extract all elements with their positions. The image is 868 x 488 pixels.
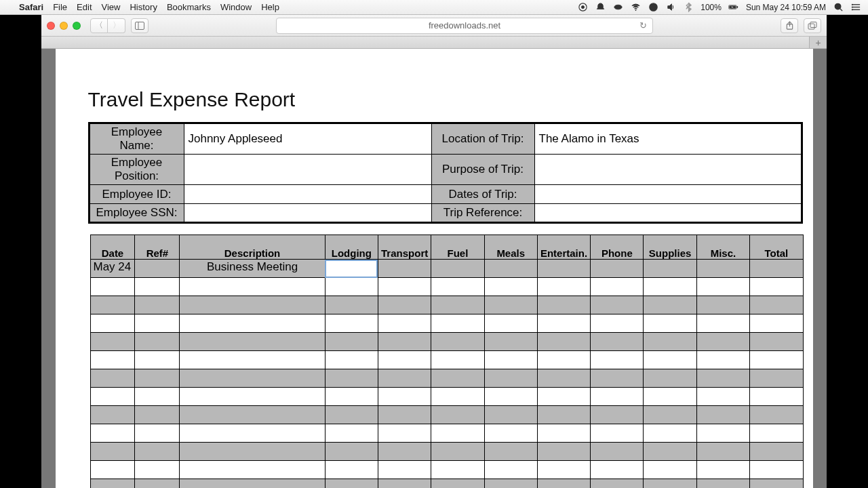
cell-ref[interactable] [135,406,180,424]
cell-entertain[interactable] [537,406,590,424]
close-button[interactable] [47,22,55,30]
address-bar[interactable]: freedownloads.net ↻ [276,18,653,34]
menu-help[interactable]: Help [261,2,279,12]
cell-meals[interactable] [484,296,537,314]
cell-misc[interactable] [696,461,749,479]
cell-date[interactable] [90,443,135,461]
cell-misc[interactable] [696,443,749,461]
cell-desc[interactable] [180,406,325,424]
cell-desc[interactable] [180,333,325,351]
cell-meals[interactable] [484,314,537,333]
cell-lodging[interactable] [325,296,378,314]
cell-total[interactable] [750,443,803,461]
cell-fuel[interactable] [431,314,484,333]
cell-lodging[interactable] [325,388,378,406]
cell-meals[interactable] [484,333,537,351]
cell-fuel[interactable] [431,278,484,296]
info-input[interactable]: Johnny Appleseed [184,123,431,155]
cell-entertain[interactable] [537,388,590,406]
cell-misc[interactable] [696,479,749,489]
cell-transport[interactable] [378,424,431,443]
cell-phone[interactable] [591,424,644,443]
tabs-button[interactable] [804,18,821,33]
cell-fuel[interactable] [431,406,484,424]
reload-icon[interactable]: ↻ [639,20,647,30]
cell-misc[interactable] [696,424,749,443]
cell-lodging[interactable] [325,260,378,278]
cell-ref[interactable] [135,461,180,479]
bluetooth-icon[interactable] [683,2,694,13]
cell-ref[interactable] [135,260,180,278]
cell-desc[interactable] [180,424,325,443]
cell-lodging[interactable] [325,406,378,424]
cell-total[interactable] [750,278,803,296]
cell-entertain[interactable] [537,424,590,443]
cell-total[interactable] [750,260,803,278]
cell-misc[interactable] [696,369,749,388]
cell-transport[interactable] [378,333,431,351]
cell-desc[interactable] [180,351,325,369]
cell-meals[interactable] [484,479,537,489]
record-icon[interactable] [577,2,588,13]
spotlight-icon[interactable] [833,2,844,13]
cell-transport[interactable] [378,314,431,333]
menu-extras-icon[interactable] [612,2,623,13]
info-input[interactable] [184,155,431,185]
minimize-button[interactable] [60,22,68,30]
cell-supplies[interactable] [644,369,696,388]
cell-phone[interactable] [591,333,644,351]
info-input[interactable] [534,155,802,185]
cell-meals[interactable] [484,461,537,479]
cell-supplies[interactable] [644,314,696,333]
cell-meals[interactable] [484,388,537,406]
cell-date[interactable] [90,479,135,489]
cell-supplies[interactable] [644,388,696,406]
info-input[interactable] [534,204,802,223]
cell-desc[interactable] [180,314,325,333]
cell-transport[interactable] [378,406,431,424]
cell-meals[interactable] [484,424,537,443]
cell-ref[interactable] [135,479,180,489]
cell-entertain[interactable] [537,333,590,351]
cell-lodging[interactable] [325,369,378,388]
cell-total[interactable] [750,388,803,406]
cell-transport[interactable] [378,369,431,388]
clock[interactable]: Sun May 24 10:59 AM [746,3,826,12]
back-button[interactable]: 〈 [90,18,108,33]
info-input[interactable]: The Alamo in Texas [534,123,802,155]
cell-ref[interactable] [135,278,180,296]
cell-transport[interactable] [378,479,431,489]
cell-total[interactable] [750,333,803,351]
cell-phone[interactable] [591,351,644,369]
cell-phone[interactable] [591,406,644,424]
cell-misc[interactable] [696,351,749,369]
cell-phone[interactable] [591,388,644,406]
menu-view[interactable]: View [102,2,121,12]
cell-phone[interactable] [591,314,644,333]
cell-ref[interactable] [135,443,180,461]
cell-entertain[interactable] [537,314,590,333]
cell-lodging[interactable] [325,461,378,479]
cell-date[interactable] [90,424,135,443]
menu-edit[interactable]: Edit [77,2,92,12]
cell-transport[interactable] [378,351,431,369]
timemachine-icon[interactable] [648,2,658,13]
menu-file[interactable]: File [53,2,67,12]
cell-entertain[interactable] [537,296,590,314]
cell-supplies[interactable] [644,278,696,296]
cell-phone[interactable] [591,278,644,296]
cell-entertain[interactable] [537,369,590,388]
cell-desc[interactable] [180,278,325,296]
cell-date[interactable] [90,369,135,388]
cell-fuel[interactable] [431,443,484,461]
cell-total[interactable] [750,314,803,333]
cell-entertain[interactable] [537,479,590,489]
cell-phone[interactable] [591,296,644,314]
cell-transport[interactable] [378,388,431,406]
cell-supplies[interactable] [644,479,696,489]
cell-fuel[interactable] [431,260,484,278]
cell-supplies[interactable] [644,351,696,369]
cell-meals[interactable] [484,406,537,424]
cell-desc[interactable] [180,461,325,479]
share-button[interactable] [781,18,798,33]
